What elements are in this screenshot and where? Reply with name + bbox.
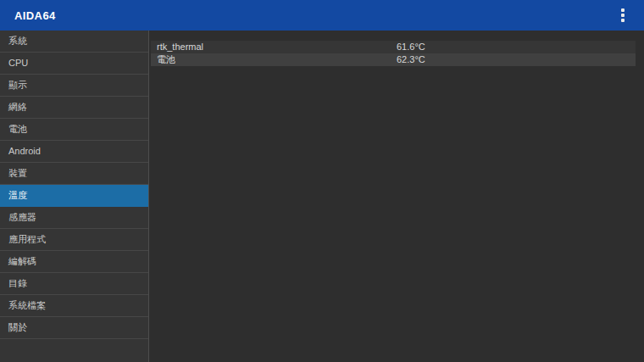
sidebar-item-apps[interactable]: 應用程式 [0,229,148,251]
sidebar: 系統 CPU 顯示 網絡 電池 Android 裝置 溫度 感應器 應用程式 編… [0,31,149,362]
sidebar-item-system[interactable]: 系統 [0,31,148,53]
sidebar-item-directory[interactable]: 目錄 [0,273,148,295]
sensor-value: 61.6°C [397,41,636,53]
sidebar-item-network[interactable]: 網絡 [0,97,148,119]
sensor-label: rtk_thermal [151,41,397,53]
sidebar-item-temperature[interactable]: 溫度 [0,185,148,207]
table-row[interactable]: rtk_thermal 61.6°C [151,41,636,53]
overflow-menu-icon [621,8,625,22]
sensor-label: 電池 [151,53,397,66]
sidebar-item-about[interactable]: 關於 [0,317,148,339]
app-bar: AIDA64 [0,0,644,31]
aida64-app-window: AIDA64 系統 CPU 顯示 網絡 電池 Android 裝置 溫度 感應器… [0,0,644,362]
sidebar-item-display[interactable]: 顯示 [0,75,148,97]
sidebar-item-devices[interactable]: 裝置 [0,163,148,185]
table-row[interactable]: 電池 62.3°C [151,53,636,66]
sidebar-item-sensors[interactable]: 感應器 [0,207,148,229]
sidebar-item-cpu[interactable]: CPU [0,53,148,75]
sidebar-item-android[interactable]: Android [0,141,148,163]
app-title: AIDA64 [14,9,56,22]
sidebar-item-codecs[interactable]: 編解碼 [0,251,148,273]
temperature-panel: rtk_thermal 61.6°C 電池 62.3°C [149,31,644,362]
sidebar-item-system-files[interactable]: 系統檔案 [0,295,148,317]
overflow-menu-button[interactable] [610,0,636,31]
sidebar-item-battery[interactable]: 電池 [0,119,148,141]
main-layout: 系統 CPU 顯示 網絡 電池 Android 裝置 溫度 感應器 應用程式 編… [0,31,644,362]
sensor-value: 62.3°C [397,53,636,66]
